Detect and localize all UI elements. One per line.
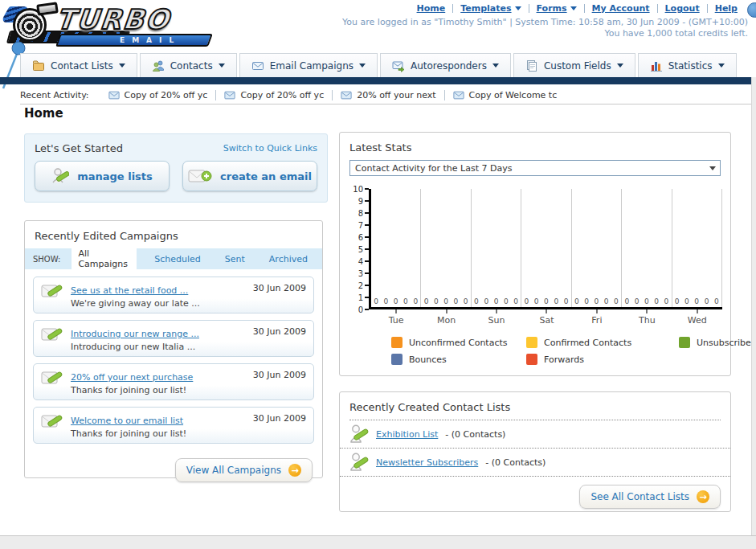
- x-tick: Wed: [672, 309, 722, 326]
- value-label: 0: [554, 297, 558, 305]
- credits-info-text: You have 1,000 total credits left.: [604, 28, 748, 39]
- envelope-icon: [224, 91, 235, 100]
- chevron-down-icon: [359, 64, 366, 68]
- navy-divider-bar: [0, 77, 756, 84]
- chart-plot: 00000000000000000000000000000000000: [369, 189, 722, 309]
- campaign-date: 30 Jun 2009: [253, 413, 306, 424]
- main-nav-tabs: Contact Lists Contacts Email Campaigns: [20, 53, 737, 77]
- tab-contact-lists[interactable]: Contact Lists: [20, 53, 137, 77]
- y-tick: 4: [358, 256, 369, 267]
- campaign-row: See us at the retail food ... We're givi…: [33, 277, 314, 313]
- legend-swatch: [391, 337, 403, 348]
- campaigns-panel-title: Recently Edited Campaigns: [25, 221, 322, 248]
- value-label: 0: [434, 297, 439, 305]
- view-all-campaigns-button[interactable]: View All Campaigns →: [175, 458, 313, 482]
- top-link-templates[interactable]: Templates: [453, 3, 528, 14]
- latest-stats-panel: Latest Stats Contact Activity for the La…: [339, 132, 731, 376]
- filter-scheduled[interactable]: Scheduled: [148, 252, 207, 267]
- envelope-pencil-icon: [41, 281, 63, 301]
- value-label: 0: [574, 297, 579, 305]
- value-label: 0: [595, 297, 599, 305]
- tab-statistics[interactable]: Statistics: [638, 53, 737, 77]
- filter-all-campaigns[interactable]: All Campaigns: [72, 246, 137, 272]
- stats-report-select[interactable]: Contact Activity for the Last 7 Days: [349, 160, 721, 176]
- help-bubble-icon[interactable]: [747, 2, 756, 18]
- chart-day-group: 00000: [622, 189, 672, 307]
- chart-legend: Unconfirmed ContactsConfirmed ContactsUn…: [391, 337, 730, 365]
- value-label: 0: [464, 297, 468, 305]
- value-label: 0: [644, 297, 649, 305]
- top-link-forms[interactable]: Forms: [529, 3, 584, 14]
- legend-item: Unconfirmed Contacts: [391, 337, 526, 348]
- contact-list-item: Newsletter Subscribers - (0 Contacts): [340, 449, 730, 477]
- chart-day-group: 00000: [421, 189, 471, 307]
- recent-activity-item[interactable]: Copy of Welcome tc: [445, 90, 566, 100]
- get-started-title: Let's Get Started: [35, 142, 123, 154]
- logo-wordmark: TURBO: [55, 3, 172, 35]
- chart-day-group: 00000: [572, 189, 622, 307]
- switch-to-quick-links-link[interactable]: Switch to Quick Links: [223, 143, 317, 154]
- recently-created-contact-lists-panel: Recently Created Contact Lists Exhibitio…: [339, 391, 731, 512]
- see-all-contact-lists-button[interactable]: See All Contact Lists →: [579, 485, 721, 509]
- tab-email-campaigns[interactable]: Email Campaigns: [239, 53, 378, 77]
- legend-swatch: [391, 354, 403, 365]
- envelope-pencil-icon: [41, 368, 63, 387]
- campaign-subtitle: Thanks for joining our list!: [71, 428, 246, 439]
- contact-list-count: - (0 Contacts): [445, 429, 505, 440]
- person-pencil-icon: [51, 167, 69, 185]
- legend-label: Unconfirmed Contacts: [409, 338, 508, 348]
- chart-day-group: 00000: [472, 189, 521, 307]
- contact-list-link[interactable]: Exhibition List: [376, 429, 438, 440]
- campaign-title-link[interactable]: Introducing our new range ...: [71, 329, 199, 339]
- y-tick: 10: [353, 183, 369, 195]
- turbo-pipe: [36, 2, 59, 15]
- create-an-email-button[interactable]: create an email: [182, 161, 317, 191]
- person-pencil-icon: [349, 452, 369, 473]
- envelope-pencil-icon: [41, 325, 63, 344]
- value-label: 0: [705, 297, 709, 305]
- recent-activity-item[interactable]: 20% off your next: [333, 90, 443, 100]
- tab-contacts[interactable]: Contacts: [140, 53, 237, 77]
- x-tick: Sun: [472, 309, 521, 326]
- y-tick: 7: [358, 219, 369, 231]
- contact-list-link[interactable]: Newsletter Subscribers: [376, 457, 478, 468]
- chart-day-group: 00000: [672, 189, 722, 307]
- value-label: 0: [525, 297, 529, 305]
- value-label: 0: [384, 297, 389, 305]
- top-link-logout[interactable]: Logout: [658, 3, 707, 14]
- chart-y-axis: 109876543210: [346, 189, 369, 309]
- chart-x-axis: TueMonSunSatFriThuWed: [371, 309, 722, 326]
- filter-sent[interactable]: Sent: [219, 252, 251, 267]
- value-label: 0: [454, 297, 459, 305]
- top-link-home[interactable]: Home: [410, 3, 453, 14]
- x-tick: Thu: [622, 309, 672, 326]
- legend-label: Bounces: [409, 354, 447, 365]
- contact-activity-chart: 109876543210 000000000000000000000000000…: [346, 189, 722, 309]
- turbo-email-logo: TURBO EMAIL: [5, 2, 218, 48]
- page-footer: [0, 535, 756, 549]
- campaign-date: 30 Jun 2009: [253, 283, 306, 293]
- y-tick: 3: [358, 268, 369, 279]
- legend-label: Unsubscribes: [697, 338, 756, 348]
- top-link-my-account[interactable]: My Account: [585, 3, 657, 14]
- campaign-title-link[interactable]: See us at the retail food ...: [71, 285, 188, 296]
- envelope-plus-icon: [188, 168, 212, 185]
- value-label: 0: [675, 297, 680, 305]
- recent-activity-item[interactable]: Copy of 20% off yc: [100, 90, 216, 100]
- tab-custom-fields[interactable]: Custom Fields: [513, 53, 635, 77]
- value-label: 0: [494, 297, 499, 305]
- campaign-subtitle: Introducing our new Italia ...: [71, 342, 246, 352]
- value-label: 0: [403, 297, 408, 305]
- top-link-help[interactable]: Help: [708, 3, 745, 14]
- filter-archived[interactable]: Archived: [263, 252, 314, 267]
- legend-swatch: [526, 337, 537, 348]
- chart-icon: [650, 59, 663, 72]
- manage-lists-button[interactable]: manage lists: [35, 161, 170, 191]
- recent-activity-item[interactable]: Copy of 20% off yc: [216, 90, 332, 100]
- value-label: 0: [484, 297, 488, 305]
- tab-autoresponders[interactable]: Autoresponders: [380, 53, 511, 77]
- x-tick: Fri: [572, 309, 622, 326]
- campaign-date: 30 Jun 2009: [253, 326, 306, 337]
- campaign-title-link[interactable]: Welcome to our email list: [71, 416, 183, 426]
- campaign-title-link[interactable]: 20% off your next purchase: [71, 372, 193, 383]
